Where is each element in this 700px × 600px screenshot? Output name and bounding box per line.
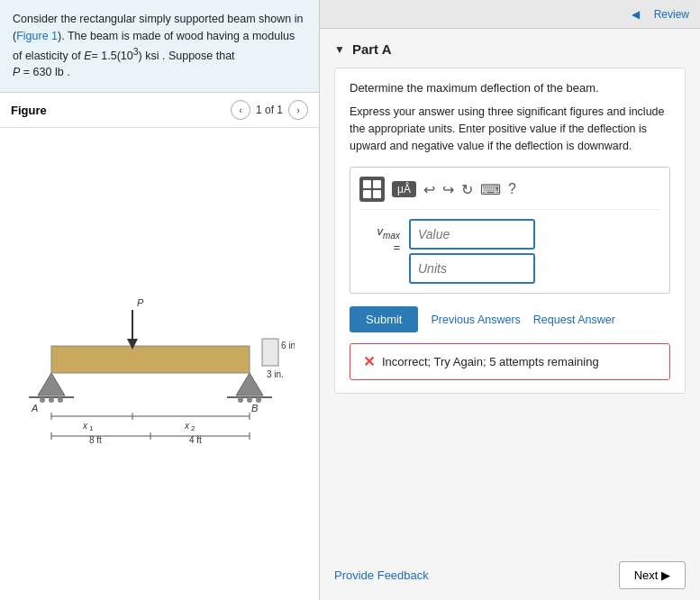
left-panel: Consider the rectangular simply supporte… bbox=[0, 0, 320, 600]
figure-area: Figure ‹ 1 of 1 › A bbox=[0, 93, 319, 600]
svg-text:2: 2 bbox=[191, 424, 195, 432]
collapse-arrow-icon[interactable]: ▼ bbox=[334, 43, 345, 56]
svg-point-9 bbox=[238, 397, 243, 403]
submit-button[interactable]: Submit bbox=[350, 306, 418, 332]
svg-text:x: x bbox=[184, 421, 190, 431]
svg-text:B: B bbox=[251, 403, 258, 414]
request-answer-link[interactable]: Request Answer bbox=[533, 314, 615, 326]
P-unit: lb bbox=[55, 66, 64, 78]
svg-text:6 in.: 6 in. bbox=[281, 341, 295, 350]
figure-header: Figure ‹ 1 of 1 › bbox=[0, 93, 319, 128]
redo-icon[interactable]: ↪ bbox=[442, 181, 454, 198]
input-row: vmax = bbox=[359, 219, 660, 284]
svg-text:1: 1 bbox=[89, 424, 94, 432]
vmax-label: vmax = bbox=[359, 219, 400, 254]
undo-icon[interactable]: ↩ bbox=[423, 181, 435, 198]
figure-canvas: A B P bbox=[0, 128, 319, 600]
figure-prev-button[interactable]: ‹ bbox=[231, 100, 250, 120]
svg-marker-1 bbox=[38, 373, 65, 395]
instructions-text: Express your answer using three signific… bbox=[350, 104, 670, 154]
error-icon: ✕ bbox=[363, 353, 375, 370]
previous-answers-link[interactable]: Previous Answers bbox=[431, 314, 520, 326]
answer-box: μÅ ↩ ↪ ↻ ⌨ ? vmax = bbox=[350, 167, 670, 294]
svg-text:8 ft: 8 ft bbox=[89, 435, 102, 445]
grid-icon[interactable] bbox=[359, 177, 385, 202]
error-box: ✕ Incorrect; Try Again; 5 attempts remai… bbox=[350, 343, 670, 380]
svg-rect-0 bbox=[51, 346, 250, 373]
E-unit: ) ksi bbox=[139, 50, 159, 62]
svg-point-4 bbox=[49, 397, 54, 403]
part-a-card: Determine the maximum deflection of the … bbox=[334, 68, 686, 394]
P-value: = 630 bbox=[23, 66, 52, 78]
svg-text:4 ft: 4 ft bbox=[189, 435, 202, 445]
figure-title: Figure bbox=[11, 104, 47, 117]
svg-text:3 in.: 3 in. bbox=[267, 369, 284, 379]
top-nav-bar: ◀ Review bbox=[320, 0, 700, 29]
svg-text:P: P bbox=[137, 297, 144, 308]
svg-marker-7 bbox=[236, 373, 263, 395]
part-container: ▼ Part A Determine the maximum deflectio… bbox=[320, 29, 700, 550]
part-header: ▼ Part A bbox=[334, 41, 686, 57]
problem-statement: Consider the rectangular simply supporte… bbox=[0, 0, 319, 93]
figure-page: 1 of 1 bbox=[256, 104, 283, 116]
error-message: Incorrect; Try Again; 5 attempts remaini… bbox=[382, 355, 599, 368]
problem-text-part3: . Suppose that bbox=[162, 50, 235, 62]
help-icon[interactable]: ? bbox=[508, 181, 516, 197]
next-button[interactable]: Next ▶ bbox=[619, 561, 686, 589]
vmax-subscript: max bbox=[383, 231, 400, 241]
input-fields bbox=[409, 219, 535, 284]
back-nav-link[interactable]: ◀ bbox=[632, 8, 640, 21]
keyboard-icon[interactable]: ⌨ bbox=[480, 181, 501, 198]
figure-next-button[interactable]: › bbox=[288, 100, 308, 120]
figure-link[interactable]: Figure 1 bbox=[16, 30, 58, 42]
svg-point-3 bbox=[40, 397, 45, 403]
determine-text: Determine the maximum deflection of the … bbox=[350, 81, 670, 95]
svg-text:A: A bbox=[31, 403, 38, 414]
value-input[interactable] bbox=[409, 219, 535, 250]
equals-sign: = bbox=[393, 241, 400, 254]
review-nav-link[interactable]: Review bbox=[654, 8, 689, 21]
provide-feedback-link[interactable]: Provide Feedback bbox=[334, 568, 429, 582]
toolbar-row: μÅ ↩ ↪ ↻ ⌨ ? bbox=[359, 177, 660, 210]
svg-text:x: x bbox=[82, 421, 88, 431]
svg-rect-15 bbox=[262, 339, 278, 366]
E-value: = 1.5(10 bbox=[92, 50, 133, 62]
bottom-bar: Provide Feedback Next ▶ bbox=[320, 550, 700, 600]
right-panel: ◀ Review ▼ Part A Determine the maximum … bbox=[320, 0, 700, 600]
units-input[interactable] bbox=[409, 253, 535, 284]
figure-nav: ‹ 1 of 1 › bbox=[231, 100, 308, 120]
svg-point-5 bbox=[58, 397, 63, 403]
part-a-title: Part A bbox=[352, 41, 392, 57]
mu-button[interactable]: μÅ bbox=[392, 181, 416, 197]
beam-diagram: A B P bbox=[24, 283, 295, 445]
button-row: Submit Previous Answers Request Answer bbox=[350, 306, 670, 332]
E-symbol: E bbox=[84, 50, 91, 62]
refresh-icon[interactable]: ↻ bbox=[461, 181, 473, 198]
